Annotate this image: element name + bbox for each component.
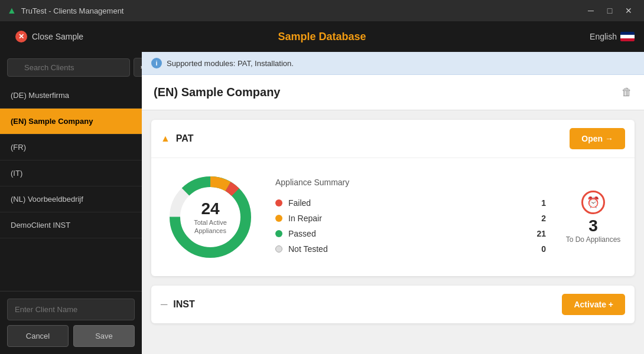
donut-center: 24 Total Active Appliances xyxy=(194,199,227,235)
app-body: ✕ Close Sample Sample Database English ⚙… xyxy=(0,21,644,354)
company-header: (EN) Sample Company 🗑 xyxy=(142,75,644,110)
summary-title: Appliance Summary xyxy=(275,178,546,187)
count-nottested: 0 xyxy=(528,244,546,254)
sidebar: ⚙ (DE) Musterfirma (EN) Sample Company (… xyxy=(0,52,142,354)
client-item-it[interactable]: (IT) xyxy=(0,160,142,186)
todo-count: 3 xyxy=(588,217,598,235)
minimize-button[interactable]: ─ xyxy=(583,4,599,18)
dot-nottested xyxy=(275,245,282,253)
summary-row-nottested: Not Tested 0 xyxy=(275,241,546,257)
flag-icon xyxy=(620,32,635,41)
inst-label: INST xyxy=(173,299,556,310)
client-item-demo[interactable]: DemoClient INST xyxy=(0,212,142,238)
app-title: TruTest - Clients Management xyxy=(21,6,578,15)
save-button[interactable]: Save xyxy=(73,325,135,347)
client-item-nl[interactable]: (NL) Voorbeeldbedrijf xyxy=(0,186,142,212)
todo-box: ⏰ 3 To Do Appliances xyxy=(564,191,623,244)
top-bar: ✕ Close Sample Sample Database English xyxy=(0,21,644,52)
close-button[interactable]: ✕ xyxy=(620,4,637,18)
label-inrepair: In Repair xyxy=(288,214,522,223)
inst-card: ─ INST Activate + xyxy=(151,286,635,323)
client-item-fr[interactable]: (FR) xyxy=(0,135,142,160)
label-passed: Passed xyxy=(288,229,522,238)
inst-header: ─ INST Activate + xyxy=(151,286,635,323)
pat-body: 24 Total Active Appliances Appliance Sum… xyxy=(151,158,635,276)
close-sample-button[interactable]: ✕ Close Sample xyxy=(9,27,89,46)
label-nottested: Not Tested xyxy=(288,244,522,254)
close-sample-label: Close Sample xyxy=(32,32,83,41)
search-bar: ⚙ xyxy=(7,58,135,77)
dot-passed xyxy=(275,230,282,237)
donut-chart: 24 Total Active Appliances xyxy=(163,170,258,264)
count-failed: 1 xyxy=(528,198,546,208)
summary-row-inrepair: In Repair 2 xyxy=(275,211,546,226)
todo-clock-icon: ⏰ xyxy=(581,191,605,214)
title-bar: ▲ TruTest - Clients Management ─ □ ✕ xyxy=(0,0,644,21)
todo-label: To Do Appliances xyxy=(566,235,621,244)
lang-label: English xyxy=(590,32,617,41)
count-inrepair: 2 xyxy=(528,214,546,223)
inst-activate-button[interactable]: Activate + xyxy=(562,294,625,315)
client-item-en[interactable]: (EN) Sample Company xyxy=(0,109,142,135)
search-wrap xyxy=(7,58,130,77)
pat-card: ▲ PAT Open → xyxy=(151,120,635,276)
client-item-de[interactable]: (DE) Musterfirma xyxy=(0,83,142,109)
db-title: Sample Database xyxy=(278,31,366,43)
language-selector[interactable]: English xyxy=(590,32,635,41)
search-input[interactable] xyxy=(7,58,130,77)
info-text: Supported modules: PAT, Installation. xyxy=(167,59,294,68)
summary-row-failed: Failed 1 xyxy=(275,195,546,211)
main-panel: i Supported modules: PAT, Installation. … xyxy=(142,52,644,354)
add-client-area: Cancel Save xyxy=(0,291,142,354)
pat-toggle-icon[interactable]: ▲ xyxy=(161,133,170,144)
client-list: (DE) Musterfirma (EN) Sample Company (FR… xyxy=(0,83,142,291)
pat-header: ▲ PAT Open → xyxy=(151,120,635,158)
new-client-input[interactable] xyxy=(7,299,135,320)
delete-company-button[interactable]: 🗑 xyxy=(622,86,632,99)
info-icon: i xyxy=(151,58,162,68)
maximize-button[interactable]: □ xyxy=(601,4,618,18)
pat-open-button[interactable]: Open → xyxy=(570,128,625,149)
window-controls: ─ □ ✕ xyxy=(583,4,637,18)
summary-row-passed: Passed 21 xyxy=(275,226,546,241)
pat-label: PAT xyxy=(176,133,564,144)
company-title: (EN) Sample Company xyxy=(154,86,280,99)
donut-total: 24 xyxy=(194,199,227,218)
count-passed: 21 xyxy=(528,229,546,238)
label-failed: Failed xyxy=(288,198,522,208)
cancel-button[interactable]: Cancel xyxy=(7,325,69,347)
close-sample-icon: ✕ xyxy=(15,31,27,42)
add-client-buttons: Cancel Save xyxy=(7,325,135,347)
donut-line1: Total Active Appliances xyxy=(194,218,227,235)
app-icon: ▲ xyxy=(7,5,17,16)
info-banner: i Supported modules: PAT, Installation. xyxy=(142,52,644,75)
content-area: ⚙ (DE) Musterfirma (EN) Sample Company (… xyxy=(0,52,644,354)
dot-failed xyxy=(275,199,282,206)
inst-toggle-icon[interactable]: ─ xyxy=(161,299,167,310)
dot-inrepair xyxy=(275,215,282,222)
appliance-summary: Appliance Summary Failed 1 In Repair 2 xyxy=(275,178,546,257)
